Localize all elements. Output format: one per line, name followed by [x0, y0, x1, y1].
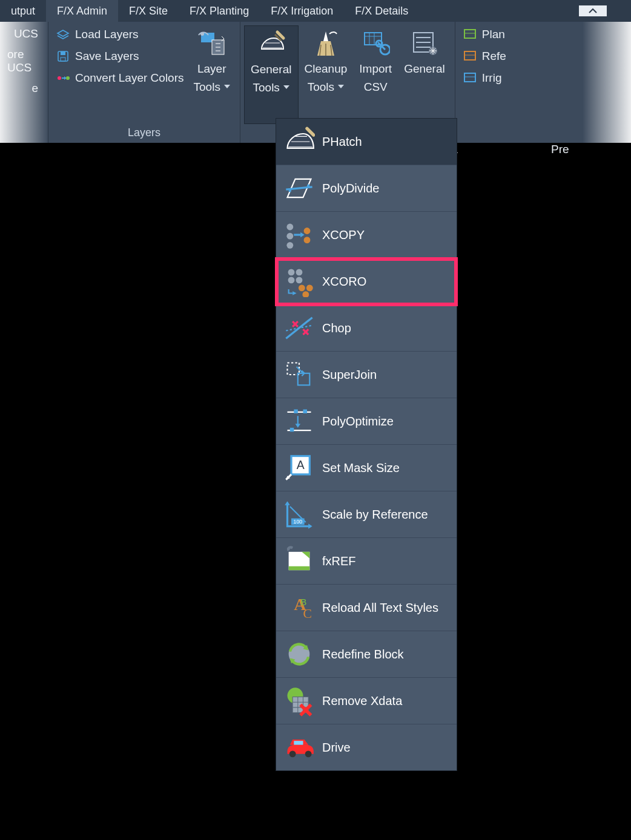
- import-csv-line1: Import: [359, 62, 392, 76]
- ribbon-group-ucs-title: [4, 124, 44, 140]
- svg-rect-2: [61, 57, 65, 61]
- general-icon: [410, 29, 439, 58]
- svg-text:B: B: [300, 597, 306, 607]
- load-layers-button[interactable]: Load Layers: [52, 25, 188, 44]
- import-csv-icon: [361, 29, 390, 58]
- menu-drive[interactable]: Drive: [276, 724, 457, 770]
- svg-point-26: [296, 277, 303, 283]
- ribbon-group-layers-title: Layers: [52, 124, 236, 140]
- peek-pre: Pre: [551, 143, 569, 156]
- menu-polydivide[interactable]: PolyDivide: [276, 165, 457, 212]
- xcopy-icon: [283, 219, 315, 251]
- load-layers-label: Load Layers: [75, 28, 139, 41]
- menu-scale-by-reference[interactable]: 100 Scale by Reference: [276, 491, 457, 538]
- menu-xcoro[interactable]: XCORO: [276, 258, 457, 305]
- svg-text:C: C: [303, 606, 312, 621]
- svg-point-48: [305, 750, 312, 757]
- menu-phatch-label: PHatch: [322, 135, 362, 149]
- ref-icon: [463, 49, 477, 64]
- general-tools-button[interactable]: General Tools: [244, 25, 299, 124]
- scale-by-reference-icon: 100: [283, 499, 315, 530]
- polyoptimize-icon: [283, 405, 315, 437]
- menu-fxref-label: fxREF: [322, 554, 356, 568]
- menu-polyoptimize[interactable]: PolyOptimize: [276, 398, 457, 445]
- ucs-button[interactable]: UCS: [10, 25, 44, 42]
- e-button[interactable]: e: [28, 80, 44, 97]
- superjoin-icon: [283, 359, 315, 390]
- menu-xcoro-label: XCORO: [322, 275, 366, 289]
- tab-fx-site[interactable]: F/X Site: [118, 0, 179, 22]
- tab-fx-planting[interactable]: F/X Planting: [179, 0, 260, 22]
- menu-xcopy[interactable]: XCOPY: [276, 212, 457, 258]
- general-tools-icon: [257, 30, 286, 59]
- menu-phatch[interactable]: PHatch: [276, 119, 457, 165]
- layer-tools-line1: Layer: [197, 62, 226, 76]
- svg-point-17: [307, 185, 309, 187]
- restore-ucs-button[interactable]: ore UCS: [4, 46, 44, 76]
- remove-xdata-icon: [283, 685, 315, 717]
- set-mask-size-icon: A: [283, 452, 315, 484]
- import-csv-button[interactable]: Import CSV: [353, 25, 398, 124]
- convert-layer-colors-button[interactable]: Convert Layer Colors: [52, 69, 188, 87]
- layer-tools-line2: Tools: [194, 80, 220, 94]
- svg-rect-32: [294, 410, 298, 414]
- drive-icon: [283, 732, 315, 763]
- reload-text-styles-icon: ABC: [283, 592, 315, 623]
- menu-drive-label: Drive: [322, 741, 351, 755]
- caret-down-icon: [283, 85, 289, 89]
- menu-polydivide-label: PolyDivide: [322, 182, 379, 195]
- save-layers-button[interactable]: Save Layers: [52, 47, 188, 65]
- plan-button[interactable]: Plan: [459, 25, 510, 44]
- menu-set-mask-size-label: Set Mask Size: [322, 461, 400, 475]
- tab-output[interactable]: utput: [0, 0, 46, 22]
- tabbar-extra: [579, 0, 631, 22]
- menu-superjoin[interactable]: SuperJoin: [276, 352, 457, 398]
- chop-icon: [283, 312, 315, 344]
- ribbon-group-layers: Load Layers Save Layers Convert Layer Co…: [48, 22, 240, 143]
- svg-point-16: [289, 189, 291, 192]
- ref-label: Refe: [482, 50, 506, 63]
- menu-redefine-block-label: Redefine Block: [322, 648, 404, 661]
- restore-ucs-label: ore UCS: [7, 48, 38, 74]
- ribbon-tabbar: utput F/X Admin F/X Site F/X Planting F/…: [0, 0, 631, 22]
- svg-point-29: [302, 291, 309, 297]
- import-csv-line2: CSV: [364, 80, 388, 94]
- layer-tools-button[interactable]: Layer Tools: [188, 25, 236, 124]
- svg-rect-49: [294, 741, 303, 745]
- tabbar-collapse-button[interactable]: [579, 5, 607, 16]
- menu-remove-xdata-label: Remove Xdata: [322, 694, 402, 708]
- general-tools-line2: Tools: [253, 80, 280, 95]
- menu-remove-xdata[interactable]: Remove Xdata: [276, 678, 457, 724]
- polydivide-icon: [283, 172, 315, 204]
- fade-right: [583, 22, 631, 143]
- svg-point-3: [58, 76, 61, 80]
- caret-down-icon: [224, 85, 230, 88]
- tab-fx-admin[interactable]: F/X Admin: [46, 0, 118, 22]
- plan-label: Plan: [482, 28, 505, 41]
- menu-redefine-block[interactable]: Redefine Block: [276, 631, 457, 678]
- convert-layer-colors-label: Convert Layer Colors: [75, 71, 184, 85]
- menu-reload-text-styles[interactable]: ABC Reload All Text Styles: [276, 585, 457, 631]
- tab-fx-details[interactable]: F/X Details: [344, 0, 419, 22]
- svg-text:A: A: [297, 458, 305, 471]
- e-label: e: [31, 82, 38, 95]
- fxref-icon: [283, 545, 315, 577]
- svg-point-25: [288, 277, 295, 283]
- menu-xcopy-label: XCOPY: [322, 228, 365, 242]
- svg-text:100: 100: [294, 519, 303, 525]
- general-button[interactable]: General: [398, 25, 451, 124]
- ribbon-group-right: Plan Refe Irrig: [455, 22, 514, 143]
- layer-tools-icon: [197, 29, 226, 58]
- tab-fx-irrigation[interactable]: F/X Irrigation: [260, 0, 344, 22]
- load-layers-icon: [56, 27, 70, 42]
- cleanup-tools-line2: Tools: [308, 80, 334, 94]
- irrig-button[interactable]: Irrig: [459, 69, 510, 87]
- svg-point-20: [286, 242, 293, 249]
- svg-point-27: [299, 284, 305, 291]
- menu-set-mask-size[interactable]: A Set Mask Size: [276, 445, 457, 491]
- menu-fxref[interactable]: fxREF: [276, 538, 457, 585]
- ref-button[interactable]: Refe: [459, 47, 510, 65]
- cleanup-tools-button[interactable]: Cleanup Tools: [299, 25, 354, 124]
- menu-chop[interactable]: Chop: [276, 305, 457, 352]
- svg-point-18: [286, 224, 293, 231]
